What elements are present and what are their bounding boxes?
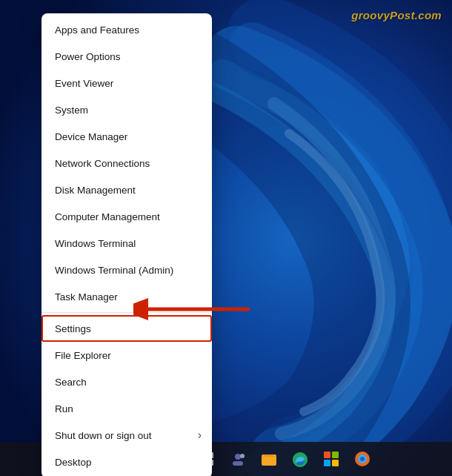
menu-item-desktop[interactable]: Desktop [41, 449, 212, 475]
menu-item-computer-management[interactable]: Computer Management [41, 203, 212, 230]
svg-point-10 [235, 454, 241, 460]
menu-item-task-manager[interactable]: Task Manager [41, 283, 212, 310]
svg-rect-16 [324, 460, 330, 466]
menu-item-disk-management[interactable]: Disk Management [41, 176, 212, 203]
menu-item-event-viewer[interactable]: Event Viewer [41, 70, 212, 96]
edge-button[interactable] [287, 446, 313, 472]
microsoft-store-button[interactable] [318, 446, 345, 472]
firefox-button[interactable] [349, 446, 376, 472]
firefox-icon [354, 451, 370, 467]
menu-item-search[interactable]: Search [41, 368, 212, 395]
menu-item-device-manager[interactable]: Device Manager [41, 123, 212, 150]
menu-separator-10 [41, 312, 212, 313]
menu-item-windows-terminal[interactable]: Windows Terminal [41, 230, 212, 257]
svg-point-20 [360, 457, 365, 461]
menu-item-network-connections[interactable]: Network Connections [41, 150, 212, 176]
teams-button[interactable] [225, 446, 251, 472]
file-explorer-icon [261, 451, 277, 467]
edge-icon [292, 451, 308, 467]
menu-item-system[interactable]: System [41, 96, 212, 123]
menu-item-power-options[interactable]: Power Options [41, 43, 212, 70]
svg-point-12 [240, 454, 245, 458]
svg-rect-17 [332, 460, 339, 466]
svg-rect-11 [233, 461, 243, 466]
store-icon [323, 451, 339, 467]
watermark: groovyPost.com [351, 9, 442, 22]
menu-item-windows-terminal-admin[interactable]: Windows Terminal (Admin) [41, 257, 212, 283]
teams-icon [230, 451, 246, 467]
menu-item-shut-down[interactable]: Shut down or sign out [41, 422, 212, 449]
menu-item-apps-features[interactable]: Apps and Features [41, 16, 212, 43]
context-menu: Apps and FeaturesPower OptionsEvent View… [41, 13, 212, 476]
svg-rect-15 [332, 452, 339, 458]
file-explorer-button[interactable] [256, 446, 282, 472]
svg-rect-14 [324, 452, 330, 458]
menu-item-settings[interactable]: Settings [41, 315, 212, 342]
menu-item-file-explorer[interactable]: File Explorer [41, 342, 212, 368]
menu-item-run[interactable]: Run [41, 395, 212, 422]
